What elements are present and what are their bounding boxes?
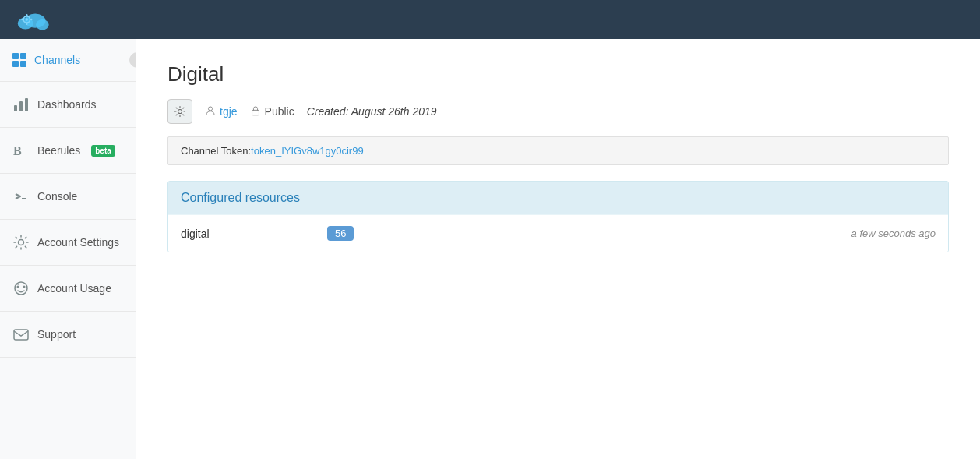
svg-point-8 bbox=[30, 19, 33, 21]
svg-point-14 bbox=[19, 240, 24, 245]
topbar bbox=[0, 0, 980, 39]
sidebar-label-dashboards: Dashboards bbox=[37, 98, 97, 111]
usage-icon bbox=[12, 280, 30, 297]
channels-icon bbox=[12, 53, 26, 67]
console-icon bbox=[12, 188, 30, 205]
resource-count: 56 bbox=[327, 226, 354, 241]
svg-point-19 bbox=[178, 109, 182, 113]
svg-point-6 bbox=[26, 23, 28, 26]
sidebar-item-beerules[interactable]: B Beerules beta bbox=[0, 128, 136, 174]
svg-point-2 bbox=[36, 19, 49, 30]
sidebar-item-account-usage[interactable]: Account Usage bbox=[0, 266, 136, 312]
bar-chart-icon bbox=[12, 96, 30, 113]
sidebar-item-dashboards[interactable]: Dashboards bbox=[0, 82, 136, 128]
svg-text:B: B bbox=[13, 144, 22, 157]
resource-row: digital 56 a few seconds ago bbox=[168, 214, 948, 252]
svg-point-15 bbox=[15, 282, 27, 295]
svg-rect-18 bbox=[14, 330, 28, 340]
channel-meta-row: tgje Public Created: August 26th 2019 bbox=[167, 99, 949, 124]
sidebar-label-channels: Channels bbox=[34, 54, 80, 66]
channel-settings-button[interactable] bbox=[167, 99, 192, 124]
svg-point-7 bbox=[21, 19, 23, 21]
svg-point-20 bbox=[208, 106, 212, 110]
channel-user-link[interactable]: tgje bbox=[220, 105, 238, 118]
beerules-icon: B bbox=[12, 142, 30, 159]
user-icon bbox=[205, 105, 216, 118]
sidebar-item-channels[interactable]: Channels ‹ bbox=[0, 39, 136, 82]
beta-badge: beta bbox=[91, 145, 115, 157]
sidebar-item-support[interactable]: Support bbox=[0, 312, 136, 358]
svg-point-16 bbox=[17, 286, 19, 288]
page-title: Digital bbox=[167, 62, 949, 87]
token-label: Channel Token: bbox=[181, 145, 251, 157]
settings-icon bbox=[12, 234, 30, 251]
sidebar: Channels ‹ Dashboards B Beerules beta bbox=[0, 39, 136, 459]
sidebar-label-support: Support bbox=[37, 328, 76, 341]
svg-rect-21 bbox=[252, 110, 259, 115]
main-content: Digital tgje bbox=[136, 39, 980, 459]
svg-rect-9 bbox=[14, 105, 17, 111]
main-layout: Channels ‹ Dashboards B Beerules beta bbox=[0, 39, 980, 459]
token-bar: Channel Token:token_IYIGv8w1gy0cir99 bbox=[167, 136, 949, 165]
app-logo[interactable] bbox=[12, 6, 51, 33]
resources-section: Configured resources digital 56 a few se… bbox=[167, 181, 949, 252]
sidebar-collapse-button[interactable]: ‹ bbox=[129, 52, 136, 68]
sidebar-label-console: Console bbox=[37, 190, 77, 203]
svg-rect-11 bbox=[25, 98, 28, 111]
lock-icon bbox=[250, 105, 261, 118]
resource-time: a few seconds ago bbox=[851, 228, 936, 239]
sidebar-label-account-usage: Account Usage bbox=[37, 282, 111, 295]
svg-point-4 bbox=[26, 18, 28, 20]
channel-visibility-item: Public bbox=[250, 105, 294, 118]
svg-point-5 bbox=[26, 14, 28, 16]
svg-rect-10 bbox=[19, 101, 23, 111]
svg-point-17 bbox=[23, 286, 26, 288]
sidebar-label-account-settings: Account Settings bbox=[37, 236, 119, 249]
channel-created-date: Created: August 26th 2019 bbox=[307, 105, 437, 118]
channel-visibility-label: Public bbox=[265, 105, 294, 118]
support-icon bbox=[12, 326, 30, 343]
resources-header: Configured resources bbox=[168, 182, 948, 214]
sidebar-item-console[interactable]: Console bbox=[0, 174, 136, 220]
sidebar-label-beerules: Beerules bbox=[37, 144, 80, 157]
channel-created-item: Created: August 26th 2019 bbox=[307, 105, 437, 118]
token-value[interactable]: token_IYIGv8w1gy0cir99 bbox=[251, 145, 364, 157]
channel-user-item: tgje bbox=[205, 105, 238, 118]
sidebar-item-account-settings[interactable]: Account Settings bbox=[0, 220, 136, 266]
resource-name: digital bbox=[181, 228, 321, 240]
